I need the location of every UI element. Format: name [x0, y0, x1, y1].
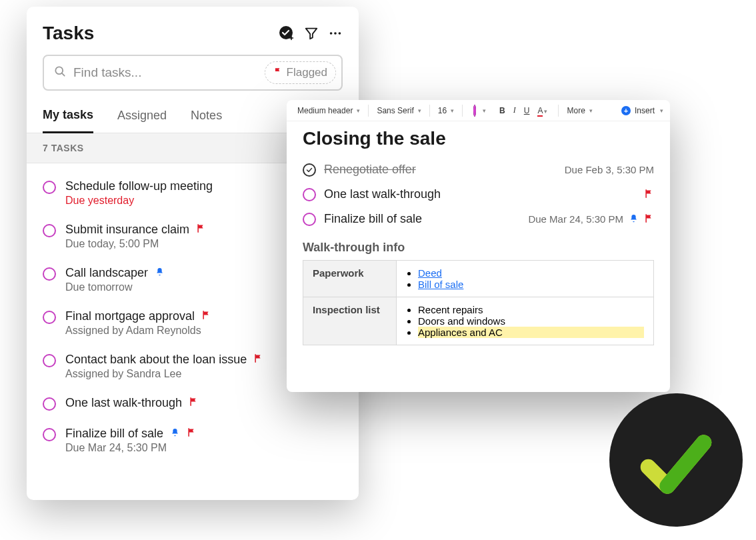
size-label: 16 — [438, 106, 447, 115]
info-table: PaperworkDeedBill of saleInspection list… — [303, 260, 654, 345]
tasks-header: Tasks — [27, 7, 359, 55]
doc-task-row[interactable]: Finalize bill of saleDue Mar 24, 5:30 PM — [303, 207, 654, 231]
chevron-down-icon: ▾ — [483, 107, 486, 114]
insert-label: Insert — [635, 106, 655, 115]
task-title: One last walk-through — [65, 396, 182, 410]
editor-toolbar: Medium header▾ Sans Serif▾ 16▾ ▾ B I U A… — [287, 100, 670, 121]
more-icon[interactable] — [328, 26, 343, 41]
chevron-down-icon: ▾ — [418, 107, 421, 114]
flagged-filter-pill[interactable]: Flagged — [265, 61, 336, 84]
link[interactable]: Deed — [418, 267, 442, 279]
flag-icon — [644, 189, 654, 201]
toolbar-divider — [558, 105, 559, 117]
editor-panel: Medium header▾ Sans Serif▾ 16▾ ▾ B I U A… — [287, 100, 670, 392]
list-item: Recent repairs — [418, 304, 644, 315]
toolbar-divider — [429, 105, 430, 117]
task-title: Schedule follow-up meeting — [65, 179, 213, 193]
task-title: Call landscaper — [65, 266, 148, 280]
list-item: Deed — [418, 267, 644, 279]
task-checkbox[interactable] — [43, 397, 56, 411]
bold-button[interactable]: B — [497, 105, 508, 117]
flag-icon — [201, 309, 211, 323]
flagged-label: Flagged — [287, 66, 327, 79]
flag-icon — [196, 223, 206, 237]
tab-assigned[interactable]: Assigned — [117, 101, 167, 132]
text-color-button[interactable]: A▾ — [535, 105, 550, 117]
add-task-icon[interactable] — [279, 25, 295, 41]
search-row: Find tasks... Flagged — [27, 55, 359, 100]
section-heading: Walk-through info — [303, 241, 654, 255]
task-checkbox-done[interactable] — [303, 163, 316, 177]
table-cell: DeedBill of sale — [397, 261, 654, 297]
search-icon — [53, 65, 67, 81]
toolbar-divider — [462, 105, 463, 117]
font-label: Sans Serif — [377, 106, 413, 115]
chevron-down-icon: ▾ — [660, 107, 663, 114]
toolbar-divider — [368, 105, 369, 117]
table-row: Inspection listRecent repairsDoors and w… — [303, 297, 654, 345]
list-item: Doors and windows — [418, 315, 644, 327]
bell-icon — [155, 266, 165, 280]
size-picker[interactable]: 16▾ — [434, 106, 458, 115]
plus-icon: + — [621, 106, 631, 115]
table-header: Inspection list — [303, 297, 397, 345]
font-picker[interactable]: Sans Serif▾ — [373, 106, 425, 115]
task-title: One last walk-through — [324, 187, 441, 201]
page-title: Tasks — [43, 23, 94, 44]
style-picker[interactable]: Medium header▾ — [293, 106, 364, 115]
task-due: Due Feb 3, 5:30 PM — [565, 164, 654, 175]
task-title: Finalize bill of sale — [65, 427, 163, 441]
tab-my-tasks[interactable]: My tasks — [43, 100, 93, 133]
task-checkbox[interactable] — [43, 311, 56, 324]
task-title: Renegotiate offer — [324, 163, 416, 177]
doc-task-row[interactable]: One last walk-through — [303, 182, 654, 207]
list-item: Bill of sale — [418, 279, 644, 290]
list-item: Appliances and AC — [418, 327, 644, 338]
more-label: More — [567, 106, 585, 115]
table-row: PaperworkDeedBill of sale — [303, 261, 654, 297]
svg-point-4 — [339, 32, 341, 35]
task-checkbox[interactable] — [43, 267, 56, 281]
tasks-badge-icon — [609, 393, 743, 527]
task-checkbox[interactable] — [303, 188, 316, 201]
task-checkbox[interactable] — [303, 213, 316, 226]
flag-icon — [187, 427, 197, 441]
document-body[interactable]: Closing the sale Renegotiate offerDue Fe… — [287, 121, 670, 392]
tab-notes[interactable]: Notes — [191, 101, 222, 132]
italic-button[interactable]: I — [511, 104, 519, 117]
more-menu[interactable]: More▾ — [563, 106, 596, 115]
bell-icon — [629, 213, 639, 225]
chevron-down-icon: ▾ — [451, 107, 454, 114]
task-row[interactable]: One last walk-through — [43, 388, 343, 419]
task-subtitle: Due Mar 24, 5:30 PM — [65, 442, 343, 454]
task-due: Due Mar 24, 5:30 PM — [528, 213, 623, 225]
filter-icon[interactable] — [304, 26, 319, 41]
search-placeholder: Find tasks... — [73, 65, 258, 80]
svg-point-3 — [334, 32, 337, 35]
bell-icon — [170, 427, 180, 441]
header-actions — [279, 25, 343, 41]
flag-icon — [273, 66, 283, 79]
task-row[interactable]: Finalize bill of saleDue Mar 24, 5:30 PM — [43, 419, 343, 462]
task-checkbox[interactable] — [43, 354, 56, 367]
chevron-down-icon: ▾ — [357, 107, 360, 114]
task-title: Finalize bill of sale — [324, 212, 422, 226]
insert-button[interactable]: + Insert ▾ — [621, 106, 663, 115]
task-title: Final mortgage approval — [65, 309, 195, 323]
svg-point-2 — [330, 32, 333, 35]
task-checkbox[interactable] — [43, 224, 56, 237]
document-title: Closing the sale — [303, 128, 654, 149]
doc-task-row[interactable]: Renegotiate offerDue Feb 3, 5:30 PM — [303, 157, 654, 182]
search-input[interactable]: Find tasks... Flagged — [43, 55, 343, 91]
task-checkbox[interactable] — [43, 181, 56, 194]
link[interactable]: Bill of sale — [418, 279, 463, 290]
flag-icon — [253, 353, 263, 367]
color-swatch-icon — [473, 105, 476, 117]
table-cell: Recent repairsDoors and windowsAppliance… — [397, 297, 654, 345]
highlight-color-button[interactable] — [471, 105, 479, 117]
flag-icon — [189, 396, 199, 410]
chevron-down-icon: ▾ — [589, 107, 593, 114]
task-checkbox[interactable] — [43, 428, 56, 441]
task-title: Submit insurance claim — [65, 223, 189, 237]
underline-button[interactable]: U — [521, 105, 533, 117]
